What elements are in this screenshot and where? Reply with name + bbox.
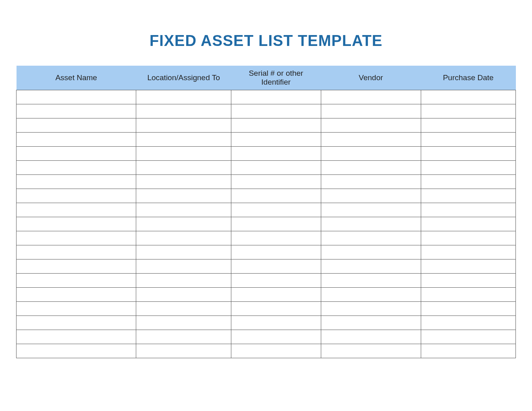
table-cell[interactable] [421, 344, 515, 358]
col-purchase-date: Purchase Date [421, 66, 515, 90]
table-cell[interactable] [17, 118, 136, 133]
table-cell[interactable] [421, 133, 515, 147]
table-cell[interactable] [321, 288, 421, 302]
table-cell[interactable] [421, 231, 515, 245]
table-cell[interactable] [136, 259, 231, 274]
table-cell[interactable] [136, 217, 231, 231]
table-cell[interactable] [321, 231, 421, 245]
table-cell[interactable] [321, 118, 421, 133]
table-cell[interactable] [231, 175, 321, 189]
table-cell[interactable] [17, 161, 136, 175]
table-cell[interactable] [321, 259, 421, 274]
table-row [17, 259, 516, 274]
table-cell[interactable] [231, 288, 321, 302]
table-cell[interactable] [321, 344, 421, 358]
table-cell[interactable] [321, 90, 421, 104]
table-cell[interactable] [421, 175, 515, 189]
table-cell[interactable] [231, 245, 321, 259]
table-cell[interactable] [421, 118, 515, 133]
table-cell[interactable] [17, 231, 136, 245]
table-cell[interactable] [136, 330, 231, 344]
table-cell[interactable] [136, 175, 231, 189]
table-cell[interactable] [321, 203, 421, 217]
table-cell[interactable] [136, 203, 231, 217]
table-cell[interactable] [17, 189, 136, 203]
table-cell[interactable] [136, 104, 231, 118]
table-cell[interactable] [231, 147, 321, 161]
table-cell[interactable] [231, 161, 321, 175]
table-cell[interactable] [17, 133, 136, 147]
table-cell[interactable] [136, 118, 231, 133]
table-cell[interactable] [421, 104, 515, 118]
table-cell[interactable] [421, 203, 515, 217]
table-cell[interactable] [231, 330, 321, 344]
table-cell[interactable] [231, 104, 321, 118]
table-cell[interactable] [321, 245, 421, 259]
table-cell[interactable] [17, 90, 136, 104]
table-cell[interactable] [231, 90, 321, 104]
table-cell[interactable] [231, 259, 321, 274]
table-cell[interactable] [421, 147, 515, 161]
table-cell[interactable] [421, 189, 515, 203]
table-cell[interactable] [321, 175, 421, 189]
table-cell[interactable] [231, 118, 321, 133]
table-cell[interactable] [136, 189, 231, 203]
table-row [17, 189, 516, 203]
table-cell[interactable] [17, 274, 136, 288]
table-cell[interactable] [231, 302, 321, 316]
table-cell[interactable] [17, 217, 136, 231]
table-cell[interactable] [231, 316, 321, 330]
table-cell[interactable] [321, 330, 421, 344]
table-cell[interactable] [17, 104, 136, 118]
table-cell[interactable] [17, 259, 136, 274]
table-cell[interactable] [231, 203, 321, 217]
table-cell[interactable] [421, 274, 515, 288]
table-cell[interactable] [231, 344, 321, 358]
table-cell[interactable] [321, 302, 421, 316]
table-cell[interactable] [321, 189, 421, 203]
table-cell[interactable] [17, 316, 136, 330]
table-cell[interactable] [321, 316, 421, 330]
table-cell[interactable] [136, 274, 231, 288]
table-cell[interactable] [421, 316, 515, 330]
table-cell[interactable] [136, 288, 231, 302]
table-cell[interactable] [231, 274, 321, 288]
table-cell[interactable] [136, 90, 231, 104]
table-cell[interactable] [421, 245, 515, 259]
table-cell[interactable] [421, 217, 515, 231]
table-cell[interactable] [136, 147, 231, 161]
table-cell[interactable] [136, 231, 231, 245]
table-cell[interactable] [421, 259, 515, 274]
table-cell[interactable] [231, 133, 321, 147]
table-cell[interactable] [17, 302, 136, 316]
table-cell[interactable] [321, 133, 421, 147]
col-serial-identifier: Serial # or other Identifier [231, 66, 321, 90]
table-cell[interactable] [321, 147, 421, 161]
table-cell[interactable] [17, 344, 136, 358]
table-cell[interactable] [136, 316, 231, 330]
table-cell[interactable] [321, 104, 421, 118]
table-cell[interactable] [136, 133, 231, 147]
table-cell[interactable] [17, 288, 136, 302]
table-cell[interactable] [17, 147, 136, 161]
table-cell[interactable] [231, 231, 321, 245]
table-cell[interactable] [231, 189, 321, 203]
table-cell[interactable] [17, 175, 136, 189]
table-cell[interactable] [136, 161, 231, 175]
col-asset-name: Asset Name [17, 66, 136, 90]
table-cell[interactable] [421, 288, 515, 302]
table-cell[interactable] [421, 302, 515, 316]
table-cell[interactable] [136, 245, 231, 259]
table-cell[interactable] [17, 330, 136, 344]
table-cell[interactable] [421, 90, 515, 104]
table-cell[interactable] [136, 344, 231, 358]
table-cell[interactable] [421, 330, 515, 344]
table-cell[interactable] [17, 245, 136, 259]
table-cell[interactable] [17, 203, 136, 217]
table-cell[interactable] [231, 217, 321, 231]
table-cell[interactable] [321, 161, 421, 175]
table-cell[interactable] [421, 161, 515, 175]
table-cell[interactable] [136, 302, 231, 316]
table-cell[interactable] [321, 217, 421, 231]
table-cell[interactable] [321, 274, 421, 288]
